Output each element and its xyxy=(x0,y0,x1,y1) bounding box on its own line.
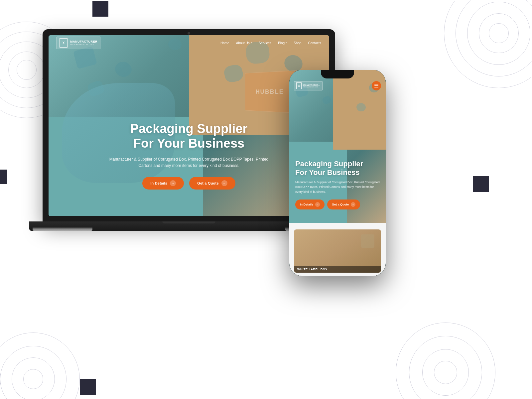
phone-hero-title: Packaging Supplier For Your Business xyxy=(295,160,380,177)
deco-square-left xyxy=(0,170,7,184)
laptop-hero-content: Packaging Supplier For Your Business Man… xyxy=(49,122,329,190)
deco-square-top xyxy=(92,1,108,17)
laptop-hero-title: Packaging Supplier For Your Business xyxy=(68,122,309,151)
get-quote-label: Get a Quote xyxy=(197,181,219,185)
nav-link-contacts[interactable]: Contacts xyxy=(308,41,321,45)
deco-square-right xyxy=(473,176,489,192)
in-details-label: In Details xyxy=(150,181,167,185)
phone-logo-icon: X xyxy=(296,82,302,89)
hamburger-line-2 xyxy=(374,85,378,86)
concentric-circles-topright xyxy=(446,0,532,86)
about-dropdown-arrow: ▾ xyxy=(251,42,252,44)
laptop-camera xyxy=(188,32,190,35)
phone-title-line2: For Your Business xyxy=(295,168,360,177)
concentric-circles-bottomleft xyxy=(0,326,86,399)
deco-square-bottom xyxy=(80,379,96,395)
phone-logo-sub: PACKAGING FOR LESS xyxy=(303,86,320,88)
concentric-circles-bottomright xyxy=(392,319,499,399)
laptop-nav-links: Home About Us ▾ Services Blog ▾ Shop Con… xyxy=(220,41,321,45)
laptop-in-details-button[interactable]: In Details → xyxy=(142,177,184,190)
nav-link-home[interactable]: Home xyxy=(220,41,229,45)
phone-title-line1: Packaging Supplier xyxy=(295,160,363,168)
laptop-logo: X MANUFACTURER PACKAGING FOR LESS xyxy=(57,37,100,49)
nav-link-shop[interactable]: Shop xyxy=(294,41,301,45)
phone-get-quote-button[interactable]: Get a Quote → xyxy=(327,200,360,209)
phone-logo: X MANUFACTUR... PACKAGING FOR LESS xyxy=(294,81,323,90)
laptop-navbar: X MANUFACTURER PACKAGING FOR LESS Home A… xyxy=(49,35,329,51)
nav-link-blog[interactable]: Blog ▾ xyxy=(278,41,287,45)
logo-icon-text: X xyxy=(63,41,65,45)
phone-hero-subtitle: Manufacturer & Supplier of Corrugated Bo… xyxy=(295,180,380,194)
laptop-title-line2: For Your Business xyxy=(133,136,244,150)
laptop-hinge xyxy=(162,221,215,223)
hamburger-line-3 xyxy=(374,87,378,88)
phone-bottom-section: WHITE LABEL BOX xyxy=(289,223,386,276)
logo-sub-text: PACKAGING FOR LESS xyxy=(70,44,97,46)
laptop-hero-subtitle: Manufacturer & Supplier of Corrugated Bo… xyxy=(106,156,272,169)
phone-in-details-label: In Details xyxy=(300,203,313,206)
phone-in-details-button[interactable]: In Details → xyxy=(295,200,325,209)
nav-link-about[interactable]: About Us ▾ xyxy=(236,41,252,45)
phone-device: X MANUFACTUR... PACKAGING FOR LESS xyxy=(289,70,386,276)
phone-get-quote-label: Get a Quote xyxy=(332,203,349,206)
hamburger-line-1 xyxy=(374,84,378,85)
phone-navbar: X MANUFACTUR... PACKAGING FOR LESS xyxy=(289,80,386,92)
phone-hero-buttons: In Details → Get a Quote → xyxy=(295,200,380,209)
phone-menu-button[interactable] xyxy=(372,81,381,90)
phone-get-quote-arrow: → xyxy=(351,202,355,207)
phone-stamp-3 xyxy=(322,95,332,105)
laptop-hero-area: HUBBLE X MANUFACTURER PACKAGING FOR LESS xyxy=(49,35,329,216)
phone-hero-area: X MANUFACTUR... PACKAGING FOR LESS xyxy=(289,70,386,229)
laptop-get-quote-button[interactable]: Get a Quote → xyxy=(189,177,235,190)
blog-dropdown-arrow: ▾ xyxy=(286,42,287,44)
laptop-foot-left xyxy=(33,227,92,231)
phone-logo-text: MANUFACTUR... PACKAGING FOR LESS xyxy=(303,84,320,88)
phone-product-card: WHITE LABEL BOX xyxy=(294,229,381,273)
stamp-shape-2 xyxy=(114,61,133,78)
in-details-arrow-icon: → xyxy=(170,180,176,186)
phone-screen: X MANUFACTUR... PACKAGING FOR LESS xyxy=(289,70,386,276)
phone-in-details-arrow: → xyxy=(315,202,320,207)
card-label: WHITE LABEL BOX xyxy=(294,266,381,273)
card-decoration xyxy=(361,234,374,248)
logo-icon: X xyxy=(60,38,67,48)
phone-hero-content: Packaging Supplier For Your Business Man… xyxy=(289,160,386,209)
laptop-title-line1: Packaging Supplier xyxy=(130,122,248,136)
logo-main-text: MANUFACTURER xyxy=(70,40,97,44)
get-quote-arrow-icon: → xyxy=(221,180,227,186)
laptop-screen: HUBBLE X MANUFACTURER PACKAGING FOR LESS xyxy=(49,35,329,216)
nav-link-services[interactable]: Services xyxy=(259,41,271,45)
hamburger-icon xyxy=(374,84,378,88)
laptop-hero-buttons: In Details → Get a Quote → xyxy=(68,177,309,190)
logo-text: MANUFACTURER PACKAGING FOR LESS xyxy=(70,40,97,46)
phone-notch xyxy=(321,70,354,78)
phone-logo-x: X xyxy=(298,85,300,87)
